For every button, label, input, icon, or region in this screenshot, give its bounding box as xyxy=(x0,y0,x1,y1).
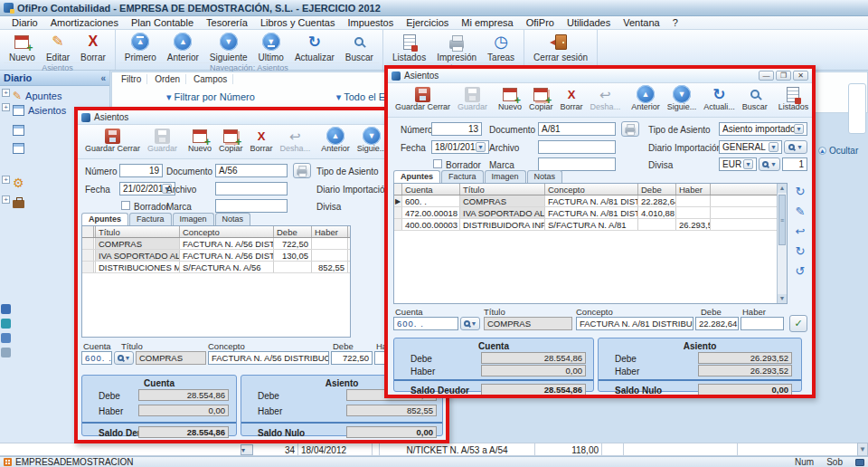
menu-ayuda[interactable]: ? xyxy=(666,17,684,28)
actualizar-button[interactable]: ↻Actualizar xyxy=(289,31,340,62)
concepto-input[interactable]: FACTURA N. A/56 DISTRIBUCIONES MEI xyxy=(208,351,329,365)
documento-field[interactable]: A/81 xyxy=(538,122,616,136)
guardar-cerrar-button[interactable]: Guardar Cerrar xyxy=(392,85,454,111)
row-dropdown-icon[interactable]: ▾ xyxy=(241,444,253,455)
borrador-checkbox[interactable] xyxy=(121,201,130,210)
borrar-button[interactable]: XBorrar xyxy=(557,85,587,111)
archivo-field[interactable] xyxy=(538,140,616,154)
primero-button[interactable]: ▲Primero xyxy=(119,31,162,62)
grid-row[interactable]: 472.00.00018 IVA SOPORTADO AL 18 % FACTU… xyxy=(394,207,787,219)
close-button[interactable]: ✕ xyxy=(793,71,808,81)
edge-tab-icon[interactable] xyxy=(1,319,11,329)
listados-button[interactable]: Listados xyxy=(775,85,812,111)
menu-mi-empresa[interactable]: Mi empresa xyxy=(455,17,519,28)
ocultar-button[interactable]: ▲ Ocultar xyxy=(818,145,867,157)
copiar-button[interactable]: Copiar xyxy=(215,127,247,153)
borrar-button[interactable]: XBorrar xyxy=(75,31,111,62)
guardar-cerrar-button[interactable]: Guardar Cerrar xyxy=(81,127,144,153)
guardar-button[interactable]: Guardar xyxy=(144,127,181,153)
editar-button[interactable]: ✎Editar xyxy=(41,31,75,62)
impresion-button[interactable]: Impresión xyxy=(431,31,482,62)
menu-tesoreria[interactable]: Tesorería xyxy=(200,17,254,28)
apuntes-grid[interactable]: Cuenta Título Concepto Debe Haber ▶ 600.… xyxy=(393,183,788,304)
menu-ejercicios[interactable]: Ejercicios xyxy=(400,17,455,28)
confirm-apunte-button[interactable]: ✓ xyxy=(789,315,807,332)
dropdown-arrow-icon[interactable]: ▼ xyxy=(794,124,804,134)
diario-search-button[interactable]: ▼ xyxy=(784,140,807,154)
minimize-button[interactable]: — xyxy=(759,71,774,81)
chevrons-left-icon[interactable]: « xyxy=(100,73,106,83)
grid-row[interactable]: DISTRIBUCIONES MERCAGA S/FACTURA N. A/56… xyxy=(82,262,350,273)
edge-tab-icon[interactable] xyxy=(1,333,11,343)
haber-input[interactable] xyxy=(741,317,784,330)
menu-plan-contable[interactable]: Plan Contable xyxy=(125,17,200,28)
menu-impuestos[interactable]: Impuestos xyxy=(341,17,400,28)
dropdown-arrow-icon[interactable]: ▼ xyxy=(743,159,753,169)
grid-row[interactable]: ▶ 600. . COMPRAS FACTURA N. A/81 DISTRIB… xyxy=(394,195,787,207)
tab-notas[interactable]: Notas xyxy=(527,170,563,183)
actualizar-button[interactable]: ↻Actuali... xyxy=(700,85,739,111)
maximize-button[interactable]: ❐ xyxy=(776,71,791,81)
debe-input[interactable]: 22.282,64 xyxy=(695,317,739,330)
deshacer-button[interactable]: ↩Desha... xyxy=(587,85,625,111)
diario-importacion-select[interactable]: GENERAL▼ xyxy=(719,140,782,154)
siguiente-button[interactable]: ▼Siguiente xyxy=(204,31,253,62)
copiar-button[interactable]: Copiar xyxy=(525,85,557,111)
borrar-button[interactable]: XBorrar xyxy=(247,127,277,153)
expander-icon[interactable]: + xyxy=(2,176,10,184)
grid-row[interactable]: IVA SOPORTADO AL 18 % FACTURA N. A/56 DI… xyxy=(82,250,350,262)
siguiente-button[interactable]: ▼Siguie... xyxy=(664,85,701,111)
scroll-up-icon[interactable]: ▲ xyxy=(778,184,787,193)
tab-orden[interactable]: Orden xyxy=(149,74,186,84)
numero-field[interactable]: 13 xyxy=(431,122,482,136)
tab-filtro[interactable]: Filtro xyxy=(116,74,147,84)
grid-scrollbar[interactable]: ▲ ≡ ▼ xyxy=(777,184,787,303)
expander-icon[interactable]: + xyxy=(2,89,10,97)
expander-icon[interactable]: + xyxy=(2,195,10,204)
menu-utilidades[interactable]: Utilidades xyxy=(561,17,617,28)
nuevo-button[interactable]: Nuevo xyxy=(184,127,215,153)
tab-campos[interactable]: Campos xyxy=(188,74,233,84)
numero-field[interactable]: 19 xyxy=(119,164,163,177)
menu-ventana[interactable]: Ventana xyxy=(617,17,665,28)
marca-field[interactable] xyxy=(538,157,616,171)
nuevo-button[interactable]: Nuevo xyxy=(495,85,525,111)
anterior-button[interactable]: ▲Anterior xyxy=(317,127,354,153)
documento-field[interactable]: A/56 xyxy=(215,164,288,177)
tipo-asiento-select[interactable]: Asiento importado▼ xyxy=(719,122,807,136)
anterior-button[interactable]: ▲Anterior xyxy=(162,31,204,62)
cuenta-search-button[interactable]: ▼ xyxy=(114,351,134,365)
scrollbar-thumb[interactable]: ≡ xyxy=(778,195,786,245)
guardar-button[interactable]: Guardar xyxy=(454,85,491,111)
apunte-action-icon[interactable]: ↻ xyxy=(793,185,807,199)
tareas-button[interactable]: ◷Tareas xyxy=(482,31,520,62)
divisa-search-button[interactable]: ▼ xyxy=(759,157,780,171)
buscar-button[interactable]: Buscar xyxy=(739,85,771,111)
cerrar-sesion-button[interactable]: Cerrar sesión xyxy=(528,31,593,62)
borrador-checkbox[interactable] xyxy=(433,159,442,168)
fecha-field[interactable]: 18/01/2012▼ xyxy=(431,140,489,154)
deshacer-button[interactable]: ↩Desha... xyxy=(277,127,315,153)
sidebar-header[interactable]: Diario « xyxy=(0,71,109,86)
window-titlebar[interactable]: Asientos — ❐ ✕ xyxy=(388,69,812,83)
apunte-action-icon[interactable]: ↺ xyxy=(793,264,807,279)
scroll-down-icon[interactable]: ▼ xyxy=(778,294,787,303)
tab-imagen[interactable]: Imagen xyxy=(173,213,214,225)
ultimo-button[interactable]: ▼Ultimo xyxy=(253,31,289,62)
menu-amortizaciones[interactable]: Amortizaciones xyxy=(44,17,125,28)
filter-by-dropdown[interactable]: Filtrar por Número xyxy=(166,91,255,103)
tab-apuntes[interactable]: Apuntes xyxy=(81,213,128,225)
buscar-button[interactable]: Buscar xyxy=(340,31,379,62)
tab-factura[interactable]: Factura xyxy=(129,213,172,225)
nuevo-button[interactable]: Nuevo xyxy=(4,31,41,62)
background-journal-row[interactable]: ▾ 34 18/04/2012 N/TICKET N. A/53 a A/54 … xyxy=(0,443,857,456)
divisa-select[interactable]: EUR▼ xyxy=(719,157,757,171)
tab-factura[interactable]: Factura xyxy=(441,170,484,183)
grid-row[interactable]: COMPRAS FACTURA N. A/56 DISTRIBUCION 722… xyxy=(82,238,350,250)
anterior-button[interactable]: ▲Anterior xyxy=(627,85,664,111)
menu-diario[interactable]: Diario xyxy=(5,17,44,28)
dropdown-arrow-icon[interactable]: ▼ xyxy=(769,142,778,152)
archivo-field[interactable] xyxy=(215,182,288,195)
concepto-input[interactable]: FACTURA N. A/81 DISTRIBUIDORA INFO xyxy=(576,317,693,330)
edge-tab-icon[interactable] xyxy=(1,348,11,357)
